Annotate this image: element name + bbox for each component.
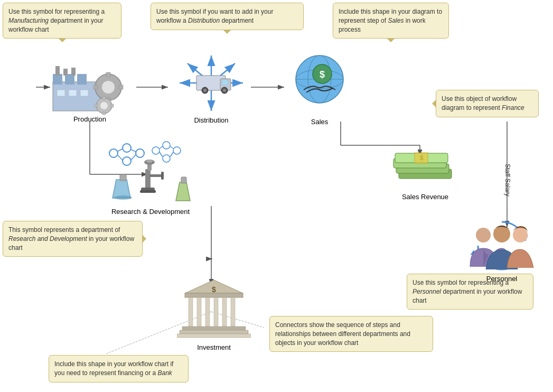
svg-point-51 [223,89,226,92]
svg-rect-88 [120,174,126,181]
svg-rect-93 [185,293,243,297]
svg-line-76 [160,146,163,148]
svg-rect-36 [102,112,106,115]
svg-rect-63 [415,153,428,163]
svg-rect-94 [189,297,193,326]
rd-label: Research & Development [98,208,203,216]
tooltip-bank-text: Include this shape in your workflow char… [54,360,173,377]
svg-point-49 [203,89,207,92]
svg-rect-30 [93,85,98,89]
svg-point-74 [173,147,181,154]
tooltip-bank: Include this shape in your workflow char… [49,355,189,382]
svg-rect-96 [205,297,210,326]
tooltip-sales: Include this shape in your diagram to re… [333,3,449,39]
tooltip-manufacturing-text: Use this symbol for representing a Manuf… [8,8,105,33]
svg-rect-47 [222,80,228,85]
svg-rect-31 [119,85,123,89]
svg-rect-80 [145,169,151,190]
node-sales-revenue: $ Sales Revenue [391,148,460,201]
svg-point-85 [146,160,153,163]
investment-label: Investment [177,343,251,351]
svg-line-71 [131,155,136,160]
svg-rect-87 [161,172,164,180]
svg-point-75 [163,155,170,162]
production-label: Production [48,115,132,123]
svg-point-89 [114,195,132,200]
svg-line-79 [170,152,173,157]
tooltip-distribution-text: Use this symbol if you want to add in yo… [156,8,273,24]
svg-point-65 [123,144,131,152]
tooltip-connectors: Connectors show the sequence of steps an… [269,316,433,352]
tooltip-connectors-text: Connectors show the sequence of steps an… [275,321,410,347]
node-sales: $ Sales [288,50,351,126]
svg-rect-102 [177,334,251,338]
sales-revenue-label: Sales Revenue [391,193,460,201]
node-investment: $ Investment [177,277,251,351]
svg-rect-35 [102,97,106,99]
svg-point-27 [102,81,115,94]
svg-text:$: $ [320,69,325,80]
svg-rect-100 [182,326,246,330]
svg-line-43 [219,63,235,77]
node-production: Production [48,53,132,123]
node-personnel: Personnel [462,219,541,283]
tooltip-sales-text: Include this shape in your diagram to re… [339,8,442,33]
svg-rect-28 [106,72,110,77]
svg-rect-97 [214,297,218,326]
node-distribution: Distribution [169,50,254,124]
tooltip-rd: This symbol represents a department of R… [3,221,143,257]
svg-line-44 [188,63,203,77]
svg-point-66 [123,157,131,165]
staff-salary-label: Staff Salary [504,164,511,197]
svg-point-73 [163,142,170,149]
svg-point-72 [152,147,160,154]
svg-text:$: $ [212,285,216,294]
svg-rect-99 [231,297,235,326]
svg-rect-98 [222,297,227,326]
svg-rect-38 [111,104,114,107]
svg-rect-19 [77,74,87,85]
svg-rect-16 [53,82,100,111]
svg-rect-22 [71,68,76,76]
svg-point-107 [513,228,528,242]
svg-rect-90 [181,177,186,183]
tooltip-manufacturing: Use this symbol for representing a Manuf… [3,3,121,39]
tooltip-finance-text: Use this object of workflow diagram to r… [442,95,524,111]
tooltip-rd-text: This symbol represents a department of R… [8,226,134,251]
svg-rect-23 [57,90,65,96]
svg-rect-82 [140,190,156,193]
node-rd: Research & Development [98,140,203,216]
tooltip-distribution: Use this symbol if you want to add in yo… [151,3,304,30]
tooltip-personnel-text: Use this symbol for representing a Perso… [413,279,522,304]
svg-rect-20 [55,66,60,76]
svg-rect-25 [80,90,88,96]
svg-line-77 [170,146,173,148]
svg-rect-24 [69,90,77,96]
svg-point-34 [100,102,108,109]
svg-point-67 [136,149,144,157]
tooltip-finance: Use this object of workflow diagram to r… [436,90,539,117]
svg-point-64 [109,149,118,157]
svg-rect-95 [197,297,201,326]
svg-line-70 [131,150,136,152]
svg-line-69 [118,155,123,160]
svg-rect-21 [63,69,68,76]
svg-rect-101 [180,330,248,334]
svg-point-105 [476,228,491,242]
personnel-label: Personnel [462,275,541,283]
svg-rect-86 [149,174,163,177]
svg-rect-37 [95,104,97,107]
svg-line-78 [160,152,163,157]
sales-label: Sales [288,118,351,126]
svg-line-68 [118,149,123,151]
